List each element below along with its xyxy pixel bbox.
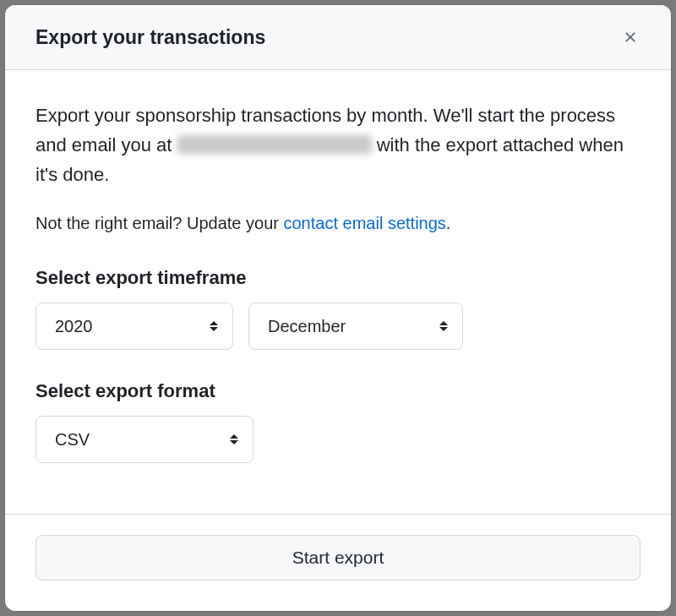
close-button[interactable] [615,22,646,52]
email-note-prefix: Not the right email? Update your [35,214,284,232]
description-text: Export your sponsorship transactions by … [35,101,641,190]
timeframe-label: Select export timeframe [35,267,641,289]
modal-body: Export your sponsorship transactions by … [5,70,671,514]
modal-title: Export your transactions [35,26,265,49]
month-select-wrapper: December [248,303,463,350]
email-note: Not the right email? Update your contact… [35,214,641,233]
year-select-wrapper: 2020 [35,303,233,350]
month-select[interactable]: December [248,303,463,350]
email-blurred [177,135,372,154]
modal-header: Export your transactions [5,5,671,70]
format-label: Select export format [35,380,641,402]
modal-footer: Start export [5,514,671,611]
export-transactions-modal: Export your transactions Export your spo… [5,5,671,611]
start-export-button[interactable]: Start export [35,535,641,581]
format-select[interactable]: CSV [35,416,254,463]
email-note-suffix: . [446,214,451,232]
timeframe-selects: 2020 December [35,303,641,350]
close-icon [622,29,639,46]
format-select-wrapper: CSV [35,416,254,463]
year-select[interactable]: 2020 [35,303,233,350]
format-row: CSV [35,416,641,463]
contact-email-settings-link[interactable]: contact email settings [284,214,446,232]
